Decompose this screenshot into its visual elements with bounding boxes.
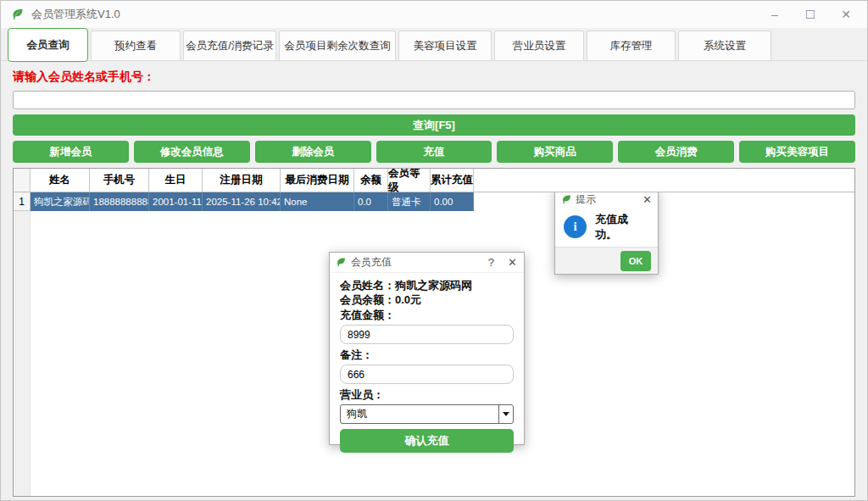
tab-label: 库存管理 (610, 39, 653, 53)
col-header-member-level[interactable]: 会员等级 (388, 169, 431, 192)
ok-button[interactable]: OK (620, 251, 651, 271)
tab-clerk-settings[interactable]: 营业员设置 (494, 31, 584, 60)
search-prompt-label: 请输入会员姓名或手机号： (13, 70, 855, 85)
member-name-label: 会员姓名： (340, 279, 395, 292)
message-text: 充值成功。 (595, 212, 649, 242)
tab-beauty-project-settings[interactable]: 美容项目设置 (398, 31, 492, 60)
cell-birthday[interactable]: 2001-01-11 (149, 192, 203, 211)
amount-label: 充值金额： (340, 308, 514, 322)
app-title: 会员管理系统V1.0 (31, 7, 120, 22)
row-number[interactable]: 1 (14, 192, 31, 211)
message-box-footer: OK (555, 247, 658, 274)
col-header-name[interactable]: 姓名 (31, 169, 90, 192)
recharge-dialog-body: 会员姓名：狗凯之家源码网 会员余额：0.0元 充值金额： 备注： 营业员： 狗凯… (330, 273, 524, 453)
window-controls: – ☐ ✕ (757, 3, 864, 26)
cell-balance[interactable]: 0.0 (354, 192, 388, 211)
edit-member-button[interactable]: 修改会员信息 (134, 141, 250, 163)
table-header-row: 姓名 手机号 生日 注册日期 最后消费日期 余额 会员等级 累计充值 (14, 169, 854, 192)
query-button[interactable]: 查询[F5] (13, 114, 855, 136)
member-consume-button[interactable]: 会员消费 (618, 141, 734, 163)
add-member-button[interactable]: 新增会员 (13, 141, 129, 163)
info-icon: i (564, 215, 587, 238)
col-header-birthday[interactable]: 生日 (149, 169, 203, 192)
note-label: 备注： (340, 348, 514, 362)
confirm-recharge-button[interactable]: 确认充值 (340, 429, 514, 453)
app-leaf-icon (11, 8, 25, 21)
tab-label: 预约查看 (114, 39, 157, 53)
tab-label: 系统设置 (704, 39, 746, 53)
recharge-dialog-title: 会员充值 (351, 255, 392, 270)
close-icon[interactable]: ✕ (828, 3, 864, 26)
maximize-icon[interactable]: ☐ (793, 3, 828, 26)
col-header-phone[interactable]: 手机号 (90, 169, 149, 192)
recharge-dialog-titlebar: 会员充值 ? ✕ (330, 253, 524, 273)
cell-phone[interactable]: 18888888888 (90, 192, 149, 211)
member-balance-line: 会员余额：0.0元 (340, 292, 514, 307)
recharge-dialog: 会员充值 ? ✕ 会员姓名：狗凯之家源码网 会员余额：0.0元 充值金额： 备注… (329, 252, 525, 445)
action-button-row: 新增会员 修改会员信息 删除会员 充值 购买商品 会员消费 购买美容项目 (13, 141, 855, 163)
chevron-down-icon (503, 412, 509, 416)
tab-bar: 会员查询 预约查看 会员充值/消费记录 会员项目剩余次数查询 美容项目设置 营业… (1, 28, 867, 61)
tab-label: 会员查询 (27, 38, 70, 53)
buy-beauty-project-button[interactable]: 购买美容项目 (739, 141, 855, 163)
tab-label: 营业员设置 (513, 39, 566, 53)
row-header-gutter (14, 169, 31, 496)
amount-input[interactable] (340, 325, 514, 344)
buy-goods-button[interactable]: 购买商品 (497, 141, 613, 163)
clerk-selected-value: 狗凯 (347, 407, 367, 421)
tab-inventory-management[interactable]: 库存管理 (587, 31, 676, 60)
member-name-value: 狗凯之家源码网 (395, 279, 472, 292)
member-name-line: 会员姓名：狗凯之家源码网 (340, 278, 514, 292)
close-icon[interactable]: ✕ (508, 256, 517, 269)
clerk-select[interactable]: 狗凯 (340, 404, 514, 424)
member-balance-value: 0.0元 (395, 293, 421, 306)
tab-appointment-view[interactable]: 预约查看 (91, 31, 181, 60)
message-box-body: i 充值成功。 (555, 209, 658, 247)
cell-last-consume[interactable]: None (281, 192, 354, 211)
tab-system-settings[interactable]: 系统设置 (678, 31, 771, 60)
cell-name[interactable]: 狗凯之家源码网 (31, 192, 90, 211)
title-bar: 会员管理系统V1.0 – ☐ ✕ (1, 1, 867, 28)
cell-member-level[interactable]: 普通卡 (388, 192, 431, 211)
search-input[interactable] (13, 91, 855, 109)
tab-member-query[interactable]: 会员查询 (8, 28, 88, 62)
recharge-button[interactable]: 充值 (376, 141, 492, 163)
app-window: 会员管理系统V1.0 – ☐ ✕ 会员查询 预约查看 会员充值/消费记录 会员项… (0, 0, 868, 501)
delete-member-button[interactable]: 删除会员 (255, 141, 371, 163)
app-leaf-icon (336, 257, 347, 268)
tab-recharge-consume-record[interactable]: 会员充值/消费记录 (183, 31, 276, 60)
help-icon[interactable]: ? (488, 256, 494, 269)
tab-label: 会员充值/消费记录 (186, 39, 273, 53)
cell-register-date[interactable]: 2025-11-26 10:42:38 (203, 192, 281, 211)
col-header-balance[interactable]: 余额 (354, 169, 388, 192)
member-balance-label: 会员余额： (340, 293, 395, 306)
tab-project-remaining-query[interactable]: 会员项目剩余次数查询 (279, 31, 396, 60)
table-row[interactable]: 1 狗凯之家源码网 18888888888 2001-01-11 2025-11… (14, 192, 854, 211)
tab-label: 会员项目剩余次数查询 (285, 39, 391, 53)
col-header-last-consume[interactable]: 最后消费日期 (281, 169, 354, 192)
table-corner-cell[interactable] (14, 169, 31, 192)
clerk-label: 营业员： (340, 387, 514, 402)
combo-arrow-button[interactable] (498, 405, 513, 423)
tab-label: 美容项目设置 (414, 39, 477, 53)
cell-total-recharge[interactable]: 0.00 (431, 192, 474, 211)
note-input[interactable] (340, 365, 514, 384)
minimize-icon[interactable]: – (757, 3, 793, 26)
col-header-total-recharge[interactable]: 累计充值 (431, 169, 474, 192)
col-header-register-date[interactable]: 注册日期 (203, 169, 281, 192)
